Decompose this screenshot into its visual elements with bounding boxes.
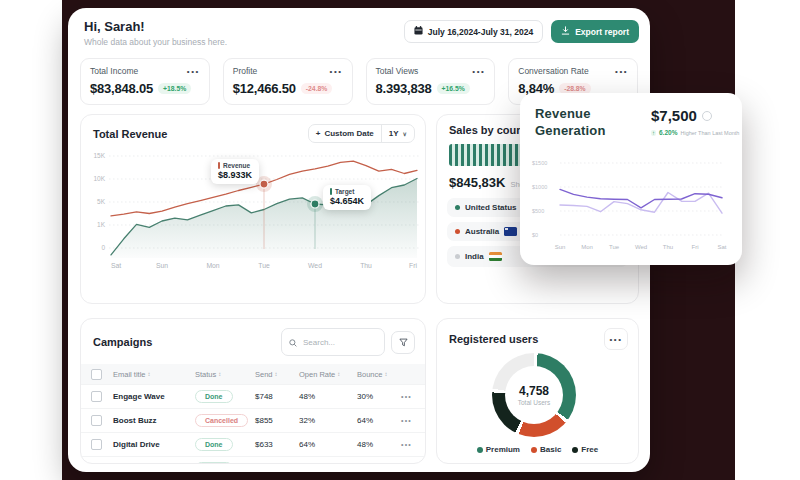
more-icon[interactable]: ••• [472, 67, 485, 76]
campaigns-title: Campaigns [93, 336, 152, 348]
target-tooltip: Target $4.654K [323, 185, 371, 210]
svg-text:1K: 1K [97, 221, 106, 228]
calendar-icon [414, 26, 423, 37]
custom-date-button[interactable]: + Custom Date [309, 125, 381, 142]
range-select[interactable]: 1Y ∨ [381, 125, 414, 142]
funnel-icon [399, 333, 408, 351]
download-icon [561, 26, 570, 37]
legend-item-free: Free [572, 445, 598, 454]
svg-text:0: 0 [101, 244, 105, 251]
country-dot-icon [455, 205, 460, 210]
search-input[interactable] [301, 337, 375, 348]
sort-icon[interactable]: ↕ [218, 371, 221, 377]
row-checkbox[interactable] [91, 391, 102, 402]
svg-text:15K: 15K [93, 152, 105, 159]
header-actions: July 16,2024-July 31, 2024 Export report [404, 20, 639, 43]
send-value: $748 [255, 392, 299, 401]
country-name: United Status [465, 203, 517, 212]
sort-icon[interactable]: ↕ [384, 371, 387, 377]
campaigns-table: Email title↕Status↕Send↕Open Rate↕Bounce… [81, 364, 425, 464]
sort-icon[interactable]: ↕ [275, 371, 278, 377]
row-checkbox[interactable] [91, 463, 102, 464]
kpi-label: Total Views [376, 66, 419, 76]
svg-text:Wed: Wed [635, 244, 647, 250]
svg-text:$1000: $1000 [532, 184, 547, 190]
revenue-marker-icon [218, 162, 220, 169]
range-label: 1Y [389, 129, 399, 138]
column-label: Open Rate [299, 370, 335, 379]
table-row: Digital DriveDone$63364%48%••• [81, 432, 425, 456]
page-title: Hi, Sarah! [84, 19, 145, 34]
campaign-title: Digital Drive [113, 440, 195, 449]
plus-icon: + [316, 129, 321, 138]
open-rate-value: 48% [299, 392, 357, 401]
revenue-generation-note: Higher Than Last Month [680, 130, 739, 136]
open-rate-value: 32% [299, 416, 357, 425]
revenue-tooltip: Revenue $8.933K [211, 159, 259, 184]
column-label: Status [195, 370, 216, 379]
svg-text:Sun: Sun [156, 262, 168, 269]
svg-text:Mon: Mon [206, 262, 219, 269]
more-icon[interactable]: ••• [615, 67, 628, 76]
revenue-generation-title: Revenue Generation [535, 106, 647, 140]
registered-users-more-button[interactable]: ••• [604, 328, 628, 350]
legend-label: Premium [486, 445, 520, 454]
bounce-value: 48% [357, 440, 401, 449]
campaign-title: Engage Wave [113, 392, 195, 401]
row-checkbox[interactable] [91, 439, 102, 450]
campaigns-search[interactable] [281, 328, 385, 356]
donut-legend: PremiumBasicFree [437, 445, 638, 454]
status-badge: Cancelled [195, 414, 248, 427]
svg-text:Tue: Tue [609, 244, 620, 250]
country-name: India [465, 252, 484, 261]
revenue-tooltip-value: $8.933K [218, 170, 252, 180]
send-value: $855 [255, 416, 299, 425]
campaigns-card: Campaigns Email title [80, 318, 426, 464]
svg-text:Mon: Mon [581, 244, 593, 250]
row-more-icon[interactable]: ••• [401, 417, 419, 424]
svg-text:Thu: Thu [663, 244, 673, 250]
country-dot-icon [455, 229, 460, 234]
in-flag-icon [489, 252, 502, 261]
page-subtitle: Whole data about your business here. [84, 37, 227, 47]
au-flag-icon [504, 227, 517, 236]
table-row: Brand EchoDone$56772%56%••• [81, 456, 425, 464]
row-more-icon[interactable]: ••• [401, 393, 419, 400]
registered-users-card: Registered users ••• 4,758 Total Users P… [436, 318, 639, 464]
screenshot-canvas: Hi, Sarah! Whole data about your busines… [0, 0, 800, 480]
svg-text:Wed: Wed [308, 262, 322, 269]
kpi-delta-badge: -24.8% [301, 83, 333, 94]
svg-text:Sat: Sat [717, 244, 726, 250]
svg-text:Tue: Tue [258, 262, 270, 269]
more-icon: ••• [610, 335, 623, 344]
column-label: Bounce [357, 370, 382, 379]
row-more-icon[interactable]: ••• [401, 441, 419, 448]
kpi-label: Total Income [90, 66, 138, 76]
sort-icon[interactable]: ↕ [337, 371, 340, 377]
kpi-label: Conversation Rate [518, 66, 588, 76]
status-badge: Done [195, 390, 233, 403]
filter-button[interactable] [391, 331, 415, 354]
total-users-label: Total Users [518, 399, 551, 406]
sort-icon[interactable]: ↕ [148, 371, 151, 377]
svg-text:$0: $0 [532, 232, 538, 238]
column-header: Status↕ [195, 370, 255, 379]
column-header: Email title↕ [113, 370, 195, 379]
target-marker-icon [330, 188, 332, 195]
table-row: Engage WaveDone$74848%30%••• [81, 384, 425, 408]
select-all-checkbox[interactable] [91, 369, 102, 380]
target-tooltip-value: $4.654K [330, 196, 364, 206]
more-icon[interactable]: ••• [330, 67, 343, 76]
more-icon[interactable]: ••• [187, 67, 200, 76]
search-icon [289, 333, 297, 351]
legend-item-premium: Premium [477, 445, 520, 454]
row-checkbox[interactable] [91, 415, 102, 426]
svg-text:Sun: Sun [555, 244, 566, 250]
total-revenue-card: Total Revenue + Custom Date 1Y ∨ 15K10K5… [80, 114, 426, 304]
bounce-value: 64% [357, 416, 401, 425]
export-report-button[interactable]: Export report [551, 20, 639, 43]
date-range-button[interactable]: July 16,2024-July 31, 2024 [404, 20, 543, 43]
info-circle-icon [702, 111, 712, 121]
table-row: Boost BuzzCancelled$85532%64%••• [81, 408, 425, 432]
status-badge: Done [195, 462, 233, 464]
